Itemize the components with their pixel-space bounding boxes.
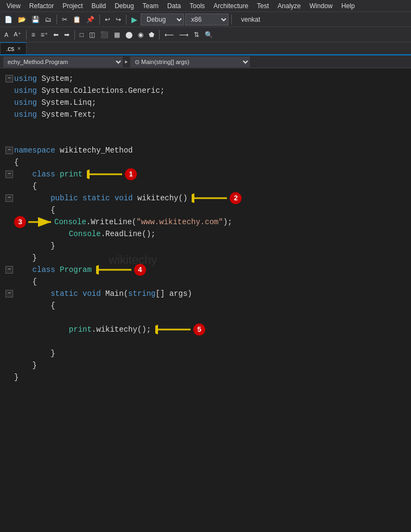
menu-debug[interactable]: Debug [110, 1, 138, 11]
collapse-9[interactable]: − [5, 170, 13, 178]
toolbar2-btn4[interactable]: ≡⁺ [39, 30, 50, 40]
menu-analyze[interactable]: Analyze [273, 1, 305, 11]
class-print: print [60, 168, 83, 180]
toolbar2-btn10[interactable]: ▦ [112, 30, 122, 40]
separator-4 [231, 15, 232, 24]
tab-cs[interactable]: .cs × [0, 42, 27, 54]
kw-static-2: static [50, 288, 78, 300]
nav-bar: echy_Method.Program ▸ ⊙ Main(string[] ar… [0, 55, 411, 68]
separator-3 [126, 15, 127, 24]
collapse-19[interactable]: − [5, 290, 13, 297]
code-line-25: } [5, 359, 411, 371]
code-line-22: print .wikitechy(); 5 [5, 324, 411, 335]
code-line-19: − static void Main( string [] args) [5, 288, 411, 300]
toolbar2-btn1[interactable]: A [2, 30, 10, 39]
toolbar2-btn2[interactable]: A⁺ [11, 30, 23, 39]
toolbar2-btn8[interactable]: ◫ [87, 30, 97, 40]
annotation-4: 4 [96, 264, 146, 276]
code-brace-10: { [33, 180, 37, 192]
debug-dropdown[interactable]: Debug [141, 14, 184, 26]
tab-close-button[interactable]: × [17, 46, 21, 52]
collapse-7[interactable]: − [5, 147, 13, 154]
code-brace-12: { [50, 204, 55, 216]
collapse-17[interactable]: − [5, 266, 13, 274]
badge-5: 5 [193, 324, 205, 335]
cut-button[interactable]: ✂ [60, 15, 69, 24]
menu-bar: View Refactor Project Build Debug Team D… [0, 0, 411, 12]
code-line-10: { [5, 180, 411, 192]
kw-namespace: namespace [14, 144, 55, 156]
toolbar2-btn13[interactable]: ⬟ [147, 30, 156, 40]
menu-view[interactable]: View [2, 1, 25, 11]
toolbar2-btn7[interactable]: □ [78, 30, 86, 40]
code-indent-20 [14, 300, 50, 312]
code-indent-22 [14, 324, 69, 335]
class-selector[interactable]: echy_Method.Program [3, 56, 123, 67]
toolbar2-btn5[interactable]: ⬅ [51, 30, 61, 40]
kw-string: string [128, 288, 155, 300]
collapse-1[interactable]: − [5, 75, 13, 83]
separator-1 [56, 15, 57, 24]
open-file-button[interactable]: 📂 [16, 15, 28, 24]
arrow-5-svg [155, 324, 193, 335]
code-line-9: − class print 1 [5, 168, 411, 180]
toolbar2-btn3[interactable]: ≡ [29, 30, 37, 40]
tab-bar: .cs × [0, 42, 411, 55]
code-line-4: using System.Text; [5, 109, 411, 121]
save-all-button[interactable]: 🗂 [43, 15, 54, 24]
play-button[interactable]: ▶ [129, 15, 140, 24]
code-brace-8: { [14, 156, 18, 168]
x86-dropdown[interactable]: x86 [185, 14, 229, 26]
code-brace-20: { [50, 300, 55, 312]
menu-test[interactable]: Test [252, 1, 273, 11]
new-file-button[interactable]: 📄 [2, 15, 15, 24]
code-brace-16: } [33, 252, 37, 264]
menu-architecture[interactable]: Architecture [209, 1, 252, 11]
menu-project[interactable]: Project [58, 1, 87, 11]
toolbar-1: 📄 📂 💾 🗂 ✂ 📋 📌 ↩ ↪ ▶ Debug x86 venkat [0, 12, 411, 27]
menu-team[interactable]: Team [138, 1, 163, 11]
toolbar2-btn12[interactable]: ◉ [136, 30, 146, 40]
code-indent-15 [14, 240, 50, 252]
code-indent-12 [14, 204, 50, 216]
code-text-22: .wikitechy(); [92, 324, 151, 335]
toolbar2-btn16[interactable]: ⇅ [192, 30, 201, 40]
separator-7 [159, 30, 160, 40]
copy-button[interactable]: 📋 [71, 15, 83, 24]
code-line-12: { [5, 204, 411, 216]
annotation-5: 5 [155, 324, 205, 335]
redo-button[interactable]: ↪ [113, 15, 123, 24]
code-line-23 [5, 335, 411, 347]
code-area[interactable]: − using System; using System.Collections… [0, 68, 411, 532]
kw-void-1: void [115, 192, 133, 204]
console-1: Console [54, 216, 86, 228]
paste-button[interactable]: 📌 [84, 15, 97, 24]
code-line-21 [5, 312, 411, 324]
menu-tools[interactable]: Tools [185, 1, 209, 11]
separator-2 [99, 15, 100, 24]
menu-refactor[interactable]: Refactor [25, 1, 58, 11]
menu-window[interactable]: Window [305, 1, 337, 11]
code-text-1: System; [37, 73, 73, 85]
save-button[interactable]: 💾 [29, 15, 42, 24]
toolbar2-btn9[interactable]: ⬛ [98, 30, 111, 40]
toolbar2-btn11[interactable]: ⬤ [123, 30, 135, 40]
code-text-11: wikitechy() [132, 192, 187, 204]
method-selector[interactable]: ⊙ Main(string[] args) [130, 56, 250, 67]
toolbar-2: A A⁺ ≡ ≡⁺ ⬅ ➡ □ ◫ ⬛ ▦ ⬤ ◉ ⬟ ⟵ ⟶ ⇅ 🔍 [0, 27, 411, 42]
toolbar2-btn6[interactable]: ➡ [62, 30, 72, 40]
code-line-15: } [5, 240, 411, 252]
code-line-7: − namespace wikitechy_Method [5, 144, 411, 156]
collapse-11[interactable]: − [5, 194, 13, 202]
menu-help[interactable]: Help [337, 1, 359, 11]
undo-button[interactable]: ↩ [103, 15, 112, 24]
menu-build[interactable]: Build [87, 1, 111, 11]
menu-data[interactable]: Data [163, 1, 185, 11]
toolbar2-btn14[interactable]: ⟵ [162, 30, 176, 40]
code-line-1: − using System; [5, 73, 411, 85]
code-brace-18: { [33, 276, 37, 288]
code-line-2: using System.Collections.Generic; [5, 85, 411, 97]
code-indent-25 [14, 359, 33, 371]
toolbar2-btn17[interactable]: 🔍 [203, 30, 215, 40]
toolbar2-btn15[interactable]: ⟶ [177, 30, 191, 40]
